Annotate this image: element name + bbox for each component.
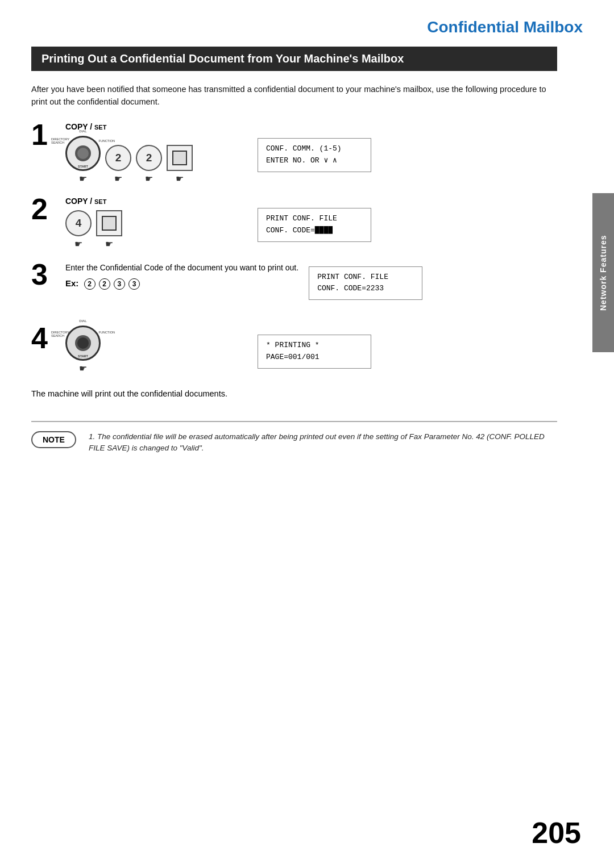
- step-2-lcd-line1: PRINT CONF. FILE: [266, 213, 363, 225]
- step-1-dial-column: DIAL DIRECTORYSEARCH FUNCTION START ☛: [65, 136, 101, 184]
- dial-label-directory: DIRECTORYSEARCH: [51, 137, 69, 144]
- step-3-lcd-line1: PRINT CONF. FILE: [317, 272, 414, 283]
- circle-3b: 3: [128, 278, 140, 290]
- set-btn-inner-2: [102, 216, 117, 231]
- dial-label-dial: DIAL: [79, 130, 86, 133]
- step-4-number: 4: [31, 323, 65, 353]
- step-2-number: 2: [31, 194, 65, 224]
- step-2-buttons: 4 ☛ ☛: [65, 210, 122, 249]
- circle-2b: 2: [99, 278, 110, 290]
- step-3-lcd-line2: CONF. CODE=2233: [317, 283, 414, 295]
- step-4-row: 4 DIAL DIRECTORYSEARCH FUNCT: [31, 326, 557, 377]
- step-2-content: COPY / SET 4 ☛: [65, 197, 557, 249]
- step-1-lcd-line1: CONF. COMM. (1-5): [266, 143, 363, 155]
- step-1-number: 1: [31, 120, 65, 149]
- finger-icon-1: ☛: [79, 173, 87, 184]
- step-2-lcd: PRINT CONF. FILE CONF. CODE=████: [258, 208, 371, 242]
- step-3-visuals: Enter the Confidential Code of the docum…: [65, 262, 298, 290]
- step-1-num-btn-2a[interactable]: 2: [105, 145, 131, 171]
- start-dial-inner: [77, 337, 89, 349]
- step-2-num-btn-4[interactable]: 4: [65, 210, 92, 236]
- circle-2a: 2: [84, 278, 96, 290]
- finger-icon-7: ☛: [79, 363, 87, 374]
- step-3-content: Enter the Confidential Code of the docum…: [65, 262, 557, 301]
- step-3-ex: Ex: 2 2 3 3: [65, 278, 140, 290]
- step-2-row: 2 COPY / SET 4: [31, 197, 557, 249]
- finger-icon-4: ☛: [176, 173, 184, 184]
- step-1-lcd: CONF. COMM. (1-5) ENTER NO. OR ∨ ∧: [258, 138, 371, 172]
- step-4-lcd-line2: PAGE=001/001: [266, 352, 363, 364]
- step-3-lcd: PRINT CONF. FILE CONF. CODE=2233: [309, 266, 422, 301]
- step-4-lcd: * PRINTING * PAGE=001/001: [258, 335, 371, 369]
- dial-label-function: FUNCTION: [99, 139, 115, 143]
- finger-icon-5: ☛: [74, 239, 82, 249]
- step-4-dial-col: DIAL DIRECTORYSEARCH FUNCTION START ☛: [65, 326, 101, 374]
- start-label: START: [78, 165, 88, 168]
- step-1-lcd-line2: ENTER NO. OR ∨ ∧: [266, 155, 363, 167]
- page-number: 205: [532, 816, 581, 850]
- step-1-visuals: COPY / SET DIAL DIRECTORYSEARCH: [65, 122, 247, 184]
- finger-icon-2: ☛: [114, 173, 122, 184]
- step-2-visuals: COPY / SET 4 ☛: [65, 197, 247, 249]
- step-3-row: 3 Enter the Confidential Code of the doc…: [31, 262, 557, 313]
- start-dial-label-dir: DIRECTORYSEARCH: [51, 331, 69, 337]
- step-1-btn2b-col: 2 ☛: [136, 145, 162, 184]
- footer-text: The machine will print out the confident…: [31, 389, 557, 398]
- step-1-btn2-col: 2 ☛: [105, 145, 131, 184]
- step-1-buttons: DIAL DIRECTORYSEARCH FUNCTION START ☛: [65, 136, 193, 184]
- dial-button[interactable]: DIAL DIRECTORYSEARCH FUNCTION START: [65, 136, 101, 171]
- start-dial[interactable]: DIAL DIRECTORYSEARCH FUNCTION START: [65, 326, 101, 361]
- start-dial-label-func: FUNCTION: [99, 331, 115, 334]
- step-4-visuals: DIAL DIRECTORYSEARCH FUNCTION START ☛: [65, 326, 247, 374]
- step-2-set-col: ☛: [96, 210, 122, 249]
- steps-area: 1 COPY / SET: [31, 122, 557, 377]
- step-2-set-btn[interactable]: [96, 210, 122, 236]
- circle-3a: 3: [114, 278, 125, 290]
- step-4-content: DIAL DIRECTORYSEARCH FUNCTION START ☛: [65, 326, 557, 374]
- step-1-set-col: ☛: [167, 145, 193, 184]
- note-text: 1. The confidential file will be erased …: [89, 431, 557, 455]
- step-2-lcd-line2: CONF. CODE=████: [266, 225, 363, 237]
- step-1-num-btn-2b[interactable]: 2: [136, 145, 162, 171]
- intro-text: After you have been notified that someon…: [31, 84, 557, 108]
- start-dial-label-dial: DIAL: [79, 319, 86, 323]
- set-btn-inner: [172, 151, 187, 165]
- step-1-content: COPY / SET DIAL DIRECTORYSEARCH: [65, 122, 557, 184]
- page-container: Network Features Confidential Mailbox Pr…: [0, 0, 614, 868]
- note-badge: NOTE: [31, 431, 76, 448]
- step-1-set-btn[interactable]: [167, 145, 193, 171]
- bottom-note-section: NOTE 1. The confidential file will be er…: [31, 421, 557, 455]
- finger-icon-3: ☛: [145, 173, 153, 184]
- content-area: Printing Out a Confidential Document fro…: [31, 47, 583, 454]
- step-3-number: 3: [31, 260, 65, 289]
- step-1-row: 1 COPY / SET: [31, 122, 557, 184]
- section-heading: Printing Out a Confidential Document fro…: [31, 47, 557, 71]
- step-2-btn4-col: 4 ☛: [65, 210, 92, 249]
- step-4-lcd-line1: * PRINTING *: [266, 340, 363, 352]
- page-title: Confidential Mailbox: [0, 0, 614, 47]
- side-tab: Network Features: [592, 193, 614, 352]
- dial-inner: [77, 148, 89, 159]
- side-tab-label: Network Features: [599, 235, 608, 310]
- start-dial-label-start: START: [78, 354, 88, 358]
- step-2-label: COPY / SET: [65, 197, 106, 206]
- step-4-buttons: DIAL DIRECTORYSEARCH FUNCTION START ☛: [65, 326, 101, 374]
- step-3-text: Enter the Confidential Code of the docum…: [65, 262, 298, 274]
- finger-icon-6: ☛: [105, 239, 113, 249]
